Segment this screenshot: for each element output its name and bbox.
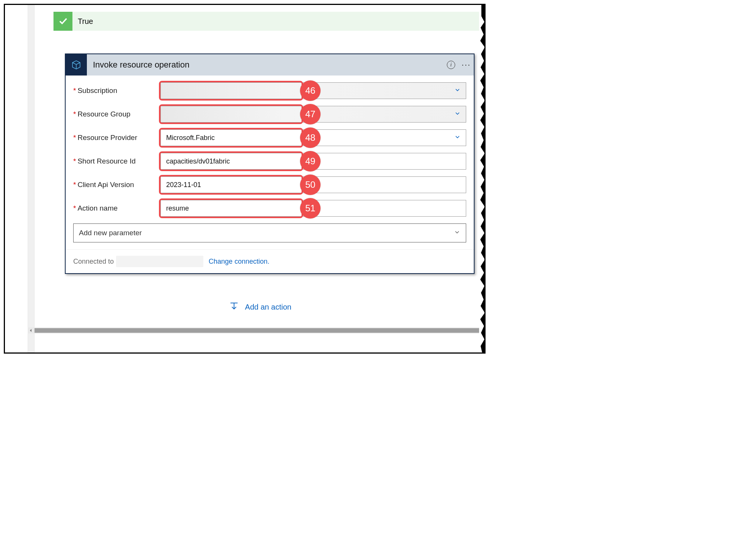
field-row-action-name: *Action name 51 <box>73 200 466 217</box>
connected-to-label: Connected to <box>73 258 114 266</box>
callout-bubble: 49 <box>300 151 321 171</box>
callout-bubble: 46 <box>300 80 321 101</box>
info-icon[interactable]: i <box>443 61 459 69</box>
field-row-resource-group: *Resource Group 47 <box>73 106 466 123</box>
left-gutter <box>5 5 35 352</box>
field-label: *Subscription <box>73 87 160 95</box>
scroll-thumb[interactable] <box>35 328 481 333</box>
change-connection-link[interactable]: Change connection. <box>209 258 269 266</box>
add-action-icon <box>228 300 240 314</box>
action-card: Invoke resource operation i ··· *Subscri… <box>65 53 475 274</box>
field-label: *Resource Provider <box>73 134 160 142</box>
horizontal-scrollbar[interactable] <box>28 327 481 333</box>
designer-canvas: True Invoke resource operation i <box>5 5 484 352</box>
chevron-down-icon <box>454 229 461 238</box>
condition-true-label: True <box>72 17 93 26</box>
action-form: *Subscription 46 <box>66 76 474 249</box>
torn-edge-decoration <box>479 5 486 352</box>
field-label: *Short Resource Id <box>73 157 160 165</box>
connection-name-redacted <box>116 256 203 267</box>
action-card-header[interactable]: Invoke resource operation i ··· <box>66 54 474 76</box>
field-row-client-api-version: *Client Api Version 50 <box>73 176 466 193</box>
field-row-resource-provider: *Resource Provider 48 <box>73 129 466 146</box>
field-row-short-resource-id: *Short Resource Id 49 <box>73 153 466 170</box>
content-area: True Invoke resource operation i <box>35 5 484 352</box>
check-icon <box>53 12 72 31</box>
scroll-track[interactable] <box>35 328 481 333</box>
callout-bubble: 48 <box>300 127 321 148</box>
callout-bubble: 50 <box>300 175 321 195</box>
field-row-subscription: *Subscription 46 <box>73 82 466 99</box>
callout-bubble: 51 <box>300 198 321 219</box>
arm-cube-icon <box>66 54 87 76</box>
scroll-left-arrow-icon[interactable] <box>28 327 34 333</box>
condition-true-branch[interactable]: True <box>53 12 486 31</box>
field-label: *Resource Group <box>73 110 160 118</box>
add-parameter-label: Add new parameter <box>79 229 142 237</box>
gutter-bar <box>28 5 35 352</box>
connected-to-row: Connected to Change connection. <box>66 249 474 273</box>
action-title: Invoke resource operation <box>87 60 443 70</box>
field-label: *Client Api Version <box>73 181 160 189</box>
field-label: *Action name <box>73 204 160 212</box>
add-parameter-dropdown[interactable]: Add new parameter <box>73 223 466 242</box>
callout-bubble: 47 <box>300 104 321 124</box>
add-action-button[interactable]: Add an action <box>35 300 484 314</box>
add-action-label: Add an action <box>245 303 291 311</box>
screenshot-frame: True Invoke resource operation i <box>4 4 486 354</box>
